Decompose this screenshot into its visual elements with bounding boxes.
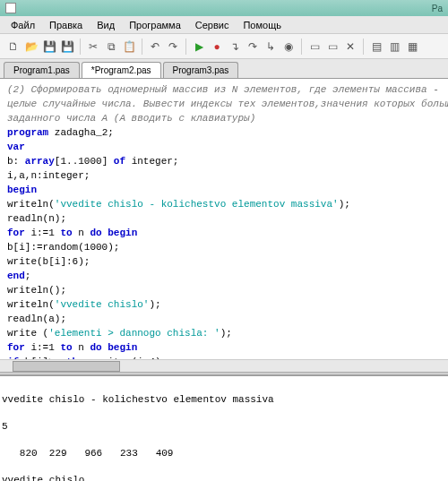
tab-program2[interactable]: *Program2.pas — [82, 62, 161, 78]
kw: begin — [108, 228, 137, 238]
code-text: [1..1000] — [55, 156, 114, 167]
breakpoint-icon[interactable]: ◉ — [280, 39, 297, 55]
comment-line: заданного числа A (A вводить с клавиатур… — [7, 113, 255, 124]
kw: for — [7, 228, 25, 238]
kw: do — [90, 228, 101, 238]
step-out-icon[interactable]: ↳ — [263, 39, 279, 55]
code-text: readln(a); — [7, 314, 66, 324]
code-text: integer; — [125, 156, 178, 167]
kw: of — [114, 156, 125, 167]
output-line: vvedite chislo — [2, 474, 446, 481]
code-text: write(b[i]:6); — [7, 256, 90, 267]
kw: begin — [108, 342, 137, 353]
separator-icon — [185, 39, 186, 55]
scrollbar-thumb[interactable] — [13, 361, 120, 372]
panel3-icon[interactable]: ▦ — [404, 39, 420, 55]
open-icon[interactable]: 📂 — [23, 39, 39, 55]
kw: to — [60, 228, 72, 238]
menu-help[interactable]: Помощь — [236, 18, 289, 32]
menu-file[interactable]: Файл — [4, 18, 42, 32]
save-icon[interactable]: 💾 — [41, 39, 57, 55]
code-text: b: — [7, 156, 25, 167]
tabbar: Program1.pas *Program2.pas Program3.pas — [0, 59, 448, 79]
run-icon[interactable]: ▶ — [191, 39, 207, 55]
tab-program1[interactable]: Program1.pas — [4, 62, 80, 78]
kw: end — [7, 271, 25, 281]
cut-icon[interactable]: ✂ — [85, 39, 101, 55]
new-icon[interactable]: 🗋 — [5, 39, 22, 55]
output-line: 5 — [2, 420, 446, 434]
code-text: ; — [25, 271, 31, 281]
comment-line: целые случайные числа. Вывести индексы т… — [7, 99, 448, 109]
window1-icon[interactable]: ▭ — [306, 39, 323, 55]
separator-icon — [142, 39, 142, 55]
menu-view[interactable]: Вид — [90, 18, 122, 32]
code-text: readln(n); — [7, 213, 66, 224]
panel1-icon[interactable]: ▤ — [368, 39, 384, 55]
step-over-icon[interactable]: ↷ — [245, 39, 261, 55]
separator-icon — [80, 39, 81, 55]
toolbar: 🗋 📂 💾 💾 ✂ ⧉ 📋 ↶ ↷ ▶ ● ↴ ↷ ↳ ◉ ▭ ▭ ✕ ▤ ▥ … — [0, 34, 448, 59]
kw: array — [25, 156, 55, 167]
stop-icon[interactable]: ● — [209, 39, 225, 55]
save-all-icon[interactable]: 💾 — [59, 39, 75, 55]
menubar: Файл Правка Вид Программа Сервис Помощь — [0, 16, 448, 34]
output-line: 820 229 966 233 409 — [2, 447, 446, 460]
code-text: n — [73, 342, 90, 353]
redo-icon[interactable]: ↷ — [165, 39, 181, 55]
menu-service[interactable]: Сервис — [188, 18, 237, 32]
menu-edit[interactable]: Правка — [42, 18, 90, 32]
separator-icon — [301, 39, 302, 55]
code-editor[interactable]: (2) Сформировать одномерный массив из N … — [0, 79, 448, 359]
comment-line: (2) Сформировать одномерный массив из N … — [7, 84, 439, 95]
title-text: Pa — [432, 4, 443, 13]
kw: program — [7, 127, 48, 138]
separator-icon — [363, 39, 364, 55]
output-line: vvedite chislo - kolichestvo elementov m… — [2, 393, 446, 407]
copy-icon[interactable]: ⧉ — [103, 39, 119, 55]
tab-program3[interactable]: Program3.pas — [163, 62, 239, 78]
code-text: zadagha_2; — [48, 127, 114, 138]
kw: begin — [7, 185, 37, 195]
undo-icon[interactable]: ↶ — [147, 39, 163, 55]
titlebar: Pa — [0, 0, 448, 16]
kw: to — [60, 342, 72, 353]
code-text: ); — [149, 299, 160, 310]
str: 'vvedite chislo' — [55, 299, 150, 310]
step-into-icon[interactable]: ↴ — [227, 39, 243, 55]
str: 'vvedite chislo - kolichestvo elementov … — [55, 199, 339, 210]
code-text: writeln( — [7, 299, 55, 310]
str: 'elementi > dannogo chisla: ' — [48, 328, 220, 339]
code-text: n — [73, 228, 90, 238]
code-text: writeln(); — [7, 285, 66, 296]
kw: do — [90, 342, 101, 353]
kw: var — [7, 142, 25, 152]
horizontal-scrollbar[interactable] — [0, 359, 448, 372]
code-text: ); — [339, 199, 350, 210]
code-text: write ( — [7, 328, 48, 339]
window2-icon[interactable]: ▭ — [324, 39, 340, 55]
code-text: ); — [220, 328, 232, 339]
menu-program[interactable]: Программа — [122, 18, 188, 32]
paste-icon[interactable]: 📋 — [121, 39, 137, 55]
app-icon — [5, 3, 16, 13]
kw: for — [7, 342, 25, 353]
close-icon[interactable]: ✕ — [342, 39, 358, 55]
output-panel: vvedite chislo - kolichestvo elementov m… — [0, 375, 448, 481]
code-text: writeln( — [7, 199, 55, 210]
panel2-icon[interactable]: ▥ — [386, 39, 402, 55]
code-text: i:=1 — [25, 342, 61, 353]
code-text: i:=1 — [25, 228, 61, 238]
code-text: i,a,n:integer; — [7, 170, 90, 181]
code-text: b[i]:=random(1000); — [7, 242, 119, 253]
